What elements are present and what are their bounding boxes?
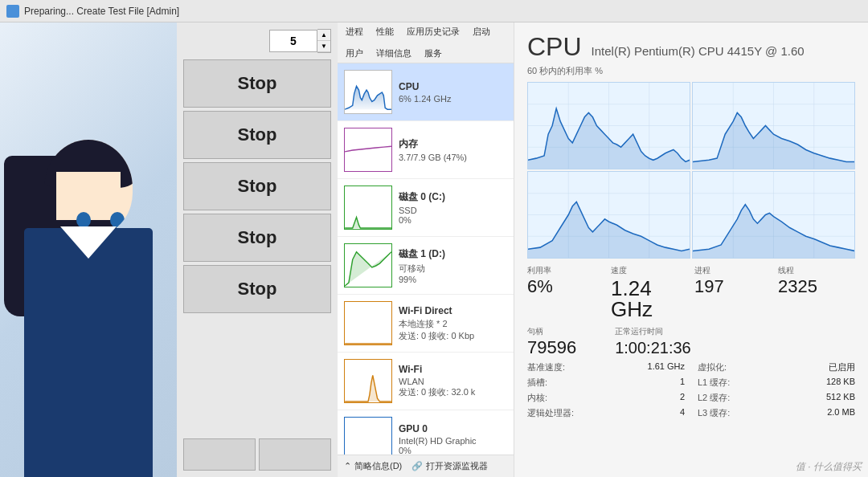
handle-value: 79596 — [527, 339, 576, 357]
wifi-detail1: WLAN — [399, 377, 507, 386]
detail-key-2: 内核: — [527, 392, 547, 404]
stop-button-1[interactable]: Stop — [183, 59, 331, 108]
detail-val-1: 1 — [680, 377, 685, 389]
number-input-row: ▲ ▼ — [183, 29, 331, 53]
small-button-1[interactable] — [183, 438, 256, 471]
cpu-subtitle: 60 秒内的利用率 % — [514, 65, 868, 82]
external-link-icon: 🔗 — [411, 461, 423, 471]
disk1-detail2: 99% — [399, 275, 507, 284]
gpu-detail2: 0% — [399, 446, 507, 455]
detail-base-speed: 基准速度: 1.61 GHz — [527, 361, 685, 374]
wifi-direct-info: Wi-Fi Direct 本地连接 * 2 发送: 0 接收: 0 Kbp — [399, 305, 507, 342]
char-clothes — [24, 228, 153, 477]
disk1-name: 磁盘 1 (D:) — [399, 247, 507, 261]
disk1-detail1: 可移动 — [399, 263, 507, 275]
tm-menu-history[interactable]: 应用历史记录 — [403, 24, 463, 39]
char-eye-right — [110, 212, 125, 228]
detail-core: 内核: 2 — [527, 391, 685, 405]
uptime-stat: 正常运行时间 1:00:21:36 — [615, 326, 691, 357]
resource-item-cpu[interactable]: CPU 6% 1.24 GHz — [338, 63, 514, 121]
resource-list[interactable]: CPU 6% 1.24 GHz 内存 3.7/7.9 GB (47%) — [338, 63, 514, 455]
chevron-up-icon: ⌃ — [344, 461, 351, 471]
detail-l1: L1 缓存: 128 KB — [698, 376, 855, 389]
small-button-2[interactable] — [259, 438, 331, 471]
cpu-name: CPU — [399, 81, 507, 92]
stop-button-3[interactable]: Stop — [183, 162, 331, 210]
tm-menu-performance[interactable]: 性能 — [373, 24, 397, 39]
cpu-thumb — [344, 70, 392, 114]
resource-item-wifi[interactable]: Wi-Fi WLAN 发送: 0 接收: 32.0 k — [338, 353, 514, 410]
resource-item-memory[interactable]: 内存 3.7/7.9 GB (47%) — [338, 121, 514, 179]
anime-character — [0, 22, 177, 477]
cpu-model: Intel(R) Pentium(R) CPU 4415Y @ 1.60 — [592, 44, 805, 58]
detail-virt: 虚拟化: 已启用 — [698, 361, 855, 374]
detail-key-7: L3 缓存: — [698, 407, 730, 419]
disk1-info: 磁盘 1 (D:) 可移动 99% — [399, 247, 507, 284]
detail-l3: L3 缓存: 2.0 MB — [698, 406, 855, 420]
tm-menu-services[interactable]: 服务 — [421, 46, 445, 61]
spin-up-button[interactable]: ▲ — [317, 30, 330, 41]
summary-button[interactable]: ⌃ 简略信息(D) — [344, 460, 402, 472]
title-bar: Preparing... Create Test File [Admin] — [0, 0, 868, 22]
wifi-direct-thumb — [344, 301, 392, 345]
disk1-sparkline — [345, 244, 391, 287]
stop-button-2[interactable]: Stop — [183, 111, 331, 159]
cpu-chart-core2 — [692, 82, 855, 169]
detail-val-5: 128 KB — [826, 377, 855, 389]
wifi-thumb — [344, 359, 392, 403]
detail-key-0: 基准速度: — [527, 361, 565, 373]
bottom-buttons — [183, 438, 331, 471]
gpu-info: GPU 0 Intel(R) HD Graphic 0% — [399, 423, 507, 455]
disk0-detail2: 0% — [399, 215, 507, 225]
memory-name: 内存 — [399, 137, 507, 151]
cpu-chart-svg-2 — [693, 83, 854, 169]
open-resource-monitor-button[interactable]: 🔗 打开资源监视器 — [411, 460, 488, 472]
gpu-detail1: Intel(R) HD Graphic — [399, 436, 507, 446]
memory-sparkline — [345, 128, 391, 171]
disk0-name: 磁盘 0 (C:) — [399, 190, 507, 204]
anime-background — [0, 22, 177, 477]
detail-key-4: 虚拟化: — [698, 361, 727, 373]
spin-down-button[interactable]: ▼ — [317, 41, 330, 52]
tm-menu-details[interactable]: 详细信息 — [373, 46, 415, 61]
wifi-direct-detail1: 本地连接 * 2 — [399, 318, 507, 330]
tm-menu-startup[interactable]: 启动 — [469, 24, 493, 39]
process-value: 197 — [694, 278, 772, 296]
stop-button-5[interactable]: Stop — [183, 265, 331, 313]
stop-button-4[interactable]: Stop — [183, 214, 331, 262]
char-face — [56, 172, 121, 220]
wifi-detail2: 发送: 0 接收: 32.0 k — [399, 386, 507, 398]
handle-uptime-row: 句柄 79596 正常运行时间 1:00:21:36 — [514, 326, 868, 357]
tm-menu-users[interactable]: 用户 — [342, 46, 366, 61]
util-value: 6% — [527, 278, 604, 296]
gpu-thumb — [344, 417, 392, 455]
disk1-thumb — [344, 243, 392, 287]
uptime-value: 1:00:21:36 — [615, 339, 691, 357]
detail-l2: L2 缓存: 512 KB — [698, 391, 855, 405]
cpu-detail: 6% 1.24 GHz — [399, 94, 507, 104]
handle-label: 句柄 — [527, 326, 576, 337]
wifi-name: Wi-Fi — [399, 364, 507, 375]
uptime-label: 正常运行时间 — [615, 326, 691, 337]
thread-stat: 线程 2325 — [778, 265, 855, 320]
wifi-direct-name: Wi-Fi Direct — [399, 305, 507, 316]
cpu-charts-grid — [514, 82, 868, 259]
tm-menu-processes[interactable]: 进程 — [342, 24, 366, 39]
tm-bottom-bar: ⌃ 简略信息(D) 🔗 打开资源监视器 — [338, 455, 514, 477]
cpu-chart-core3 — [527, 171, 690, 259]
resource-item-disk1[interactable]: 磁盘 1 (D:) 可移动 99% — [338, 237, 514, 295]
resource-item-gpu[interactable]: GPU 0 Intel(R) HD Graphic 0% — [338, 410, 514, 455]
cpu-title: CPU — [527, 32, 582, 62]
number-input[interactable] — [269, 30, 317, 52]
detail-logical: 逻辑处理器: 4 — [527, 406, 685, 420]
cpu-stats: 利用率 6% 速度 1.24 GHz 进程 197 线程 2325 — [514, 259, 868, 326]
wifi-sparkline — [345, 360, 391, 402]
resource-item-wifi-direct[interactable]: Wi-Fi Direct 本地连接 * 2 发送: 0 接收: 0 Kbp — [338, 295, 514, 353]
cpu-chart-svg-1 — [528, 83, 690, 169]
detail-val-0: 1.61 GHz — [648, 361, 685, 373]
memory-thumb — [344, 128, 392, 172]
disk0-thumb — [344, 186, 392, 230]
resource-item-disk0[interactable]: 磁盘 0 (C:) SSD 0% — [338, 179, 514, 237]
wifi-info: Wi-Fi WLAN 发送: 0 接收: 32.0 k — [399, 364, 507, 398]
cpu-info: CPU 6% 1.24 GHz — [399, 81, 507, 104]
